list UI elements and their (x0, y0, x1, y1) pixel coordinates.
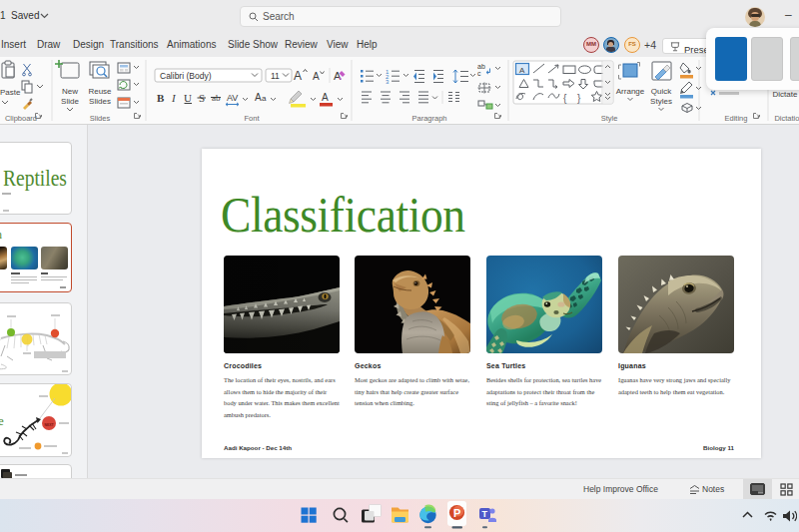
svg-text:A: A (255, 92, 262, 103)
svg-text:Paste: Paste (0, 88, 21, 97)
svg-text:Arrange: Arrange (616, 87, 645, 96)
svg-text:B: B (157, 92, 165, 104)
svg-text:A: A (313, 71, 320, 82)
svg-text:A: A (294, 69, 302, 83)
svg-text:c: c (477, 70, 481, 77)
svg-text:Slides: Slides (90, 114, 111, 123)
svg-text:Calibri (Body): Calibri (Body) (160, 71, 212, 81)
svg-text:Editing: Editing (725, 114, 748, 123)
svg-text:e: e (0, 413, 4, 428)
svg-text:A: A (334, 70, 342, 82)
svg-text:a: a (262, 94, 267, 103)
svg-text:Paragraph: Paragraph (411, 114, 446, 123)
svg-text:3: 3 (386, 79, 390, 85)
svg-text:Style: Style (601, 114, 618, 123)
svg-text:U: U (184, 92, 192, 104)
svg-text:Clipboard: Clipboard (5, 114, 37, 123)
svg-text:T: T (482, 509, 488, 519)
svg-text:NEXT: NEXT (45, 423, 55, 427)
svg-text:Quick: Quick (651, 87, 672, 96)
svg-text:A: A (322, 92, 329, 103)
svg-text:P: P (453, 507, 460, 519)
svg-text:Dictation: Dictation (774, 114, 799, 123)
svg-text:AV: AV (227, 93, 238, 103)
svg-text:Slides: Slides (89, 97, 111, 106)
svg-text:ab: ab (477, 63, 485, 70)
svg-text:New: New (62, 87, 78, 96)
svg-text:Font: Font (244, 114, 260, 123)
svg-text:Slide: Slide (61, 97, 79, 106)
svg-text:Styles: Styles (650, 97, 672, 106)
svg-text:Dictate: Dictate (773, 90, 798, 99)
svg-text:Reuse: Reuse (88, 87, 112, 96)
svg-text:I: I (171, 92, 177, 104)
svg-text:11: 11 (271, 71, 280, 81)
svg-text:A: A (519, 66, 525, 75)
